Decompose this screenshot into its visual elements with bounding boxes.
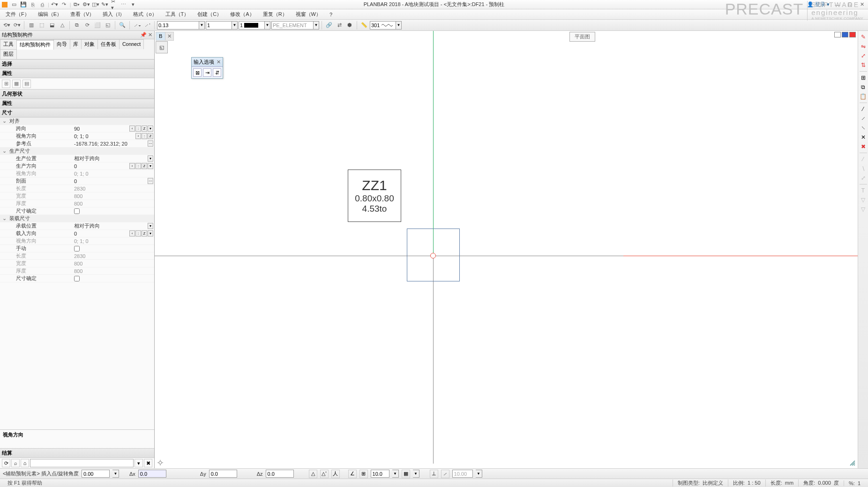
dz-input[interactable] [266,470,294,478]
snap-5-icon[interactable]: ⊞ [359,470,368,478]
qat-window-icon[interactable]: ◫▾ [92,1,99,8]
history-back-icon[interactable]: ⟲▾ [2,21,11,30]
input-options-panel[interactable]: 输入选项 ✕ ⊠ ⇥ ⇵ [191,57,223,79]
rt-cross-icon[interactable]: ✕ [859,133,868,141]
manual-checkbox[interactable] [74,246,80,251]
offset-input[interactable] [452,470,473,478]
canvas-tab-b[interactable]: B [156,32,165,40]
coord-angle-dd[interactable]: ▼ [112,470,119,478]
color-dd-icon[interactable]: ▼ [265,21,270,30]
menu-repeat[interactable]: 重复（R） [259,10,291,19]
attr-icon-1[interactable]: ⊞ [2,80,10,88]
result-refresh-icon[interactable]: ⟳ [2,459,10,467]
input-opt-3-icon[interactable]: ⇵ [213,68,221,77]
pin-icon[interactable]: 📌 ✕ [140,32,152,38]
merge-icon[interactable]: ⬓ [47,21,57,30]
tab-tools[interactable]: 工具 [0,39,17,49]
status-length[interactable]: 长度: mm [765,480,799,487]
qat-tool-icon[interactable]: ✂▾ [111,1,118,8]
dx-input[interactable] [138,470,166,478]
tab-library[interactable]: 库 [70,39,82,49]
menu-help[interactable]: ? [326,11,336,18]
dots-button[interactable]: ⋯ [148,140,153,147]
lineweight-dd-icon[interactable]: ▼ [199,21,205,30]
link-icon[interactable]: 🔗 [324,21,334,30]
menu-window[interactable]: 视窗（W） [292,10,325,19]
attr-icon-2[interactable]: ▦ [12,80,21,88]
menu-file[interactable]: 文件（F） [2,10,33,19]
hatch-combo[interactable]: 301 ▼ [370,21,402,30]
box3d-icon[interactable]: ⬜ [93,21,102,30]
qat-save-icon[interactable]: 💾 [20,1,27,8]
menu-create[interactable]: 创建（C） [194,10,225,19]
tab-layers[interactable]: 图层 [0,49,17,59]
tab-taskboard[interactable]: 任务板 [97,39,120,49]
attr-icon-3[interactable]: ▤ [22,80,31,88]
result-combo[interactable] [30,459,134,467]
rt-d3-icon[interactable]: ⤢ [859,174,868,182]
snap-8-icon[interactable]: ⟋ [441,470,449,478]
element-icon[interactable]: △ [58,21,67,30]
menu-edit[interactable]: 编辑（E） [34,10,66,19]
view-min-icon[interactable] [834,32,841,37]
group-align[interactable]: ⌄对齐 [0,118,154,125]
layer-dd-icon[interactable]: ▼ [314,21,319,30]
result-clear-icon[interactable]: ✖ [144,459,152,467]
snap-6-icon[interactable]: ▦ [402,470,410,478]
resize-grip-icon[interactable] [849,460,856,466]
color-combo[interactable]: 1 ▼ [239,21,270,30]
snap-angle-input[interactable] [371,470,389,478]
rt-copy-icon[interactable]: ⧉ [859,83,868,91]
tab-connect[interactable]: Connect [119,39,144,49]
coord-angle-input[interactable] [82,470,110,478]
status-drawtype[interactable]: 制图类型: 比例定义 [673,480,728,487]
rt-delete-icon[interactable]: ✖ [859,142,868,151]
canvas-display-mode-icon[interactable]: ◱ [156,41,168,53]
qat-open-icon[interactable]: ▭ [10,1,18,8]
linetype-dd-icon[interactable]: ▼ [232,21,238,30]
layer-input[interactable] [271,21,314,30]
qat-edit-icon[interactable]: ✎▾ [101,1,109,8]
input-opt-1-icon[interactable]: ⊠ [193,68,202,77]
view-close-icon[interactable] [849,32,856,37]
combo-dd-icon[interactable]: ▾ [148,155,153,162]
snap-4-icon[interactable]: ∠ [348,470,357,478]
rt-d2-icon[interactable]: ∖ [859,164,868,173]
window-split-icon[interactable]: ▥ [27,21,36,30]
snap-2-icon[interactable]: △' [320,470,329,478]
copy2-icon[interactable]: ⧉ [72,21,82,30]
transfer-icon[interactable]: ⇄ [335,21,344,30]
qat-undo-icon[interactable]: ↶▾ [51,1,59,8]
rt-pen-icon[interactable]: ✎ [859,33,868,41]
cube-icon[interactable]: ◱ [103,21,112,30]
isizelock-checkbox[interactable] [74,276,80,281]
rt-text-icon[interactable]: T [859,186,868,195]
qat-gear-icon[interactable]: ⚙▾ [82,1,90,8]
qat-saveall-icon[interactable]: ⎘ [29,1,37,8]
input-opt-2-icon[interactable]: ⇥ [203,68,211,77]
result-find-icon[interactable]: ⌕ [11,459,20,467]
view-name-label[interactable]: 平面图 [569,32,595,42]
qat-redo-icon[interactable]: ↷ [60,1,68,8]
status-scale[interactable]: 比例: 1 : 50 [728,480,765,487]
canvas[interactable]: B ✕ ◱ 平面图 输入选项 ✕ ⊠ ⇥ ⇵ [155,31,858,468]
rt-line-icon[interactable]: ∕ [859,105,868,113]
linetype-combo[interactable]: ▼ [206,21,238,30]
dots-button[interactable]: ⋯ [148,178,153,184]
snap-1-icon[interactable]: △ [309,470,317,478]
view-max-icon[interactable] [842,32,848,37]
hatch-dd-icon[interactable]: ▼ [396,21,402,30]
menu-tools[interactable]: 工具（T） [162,10,193,19]
rt-d1-icon[interactable]: ∕ [859,155,868,163]
layer-combo[interactable]: ▼ [271,21,319,30]
result-filter-icon[interactable]: ⌂ [21,459,29,467]
group-prod[interactable]: ⌄生产尺寸 [0,148,154,155]
menu-view[interactable]: 查看（V） [67,10,98,19]
lineweight-input[interactable] [157,21,199,30]
rotate-icon[interactable]: ⟳ [82,21,92,30]
tab-wizard[interactable]: 向导 [53,39,70,49]
mini-btn[interactable]: ‹ [129,125,135,132]
qat-more-icon[interactable]: ⋯ [120,1,127,8]
input-options-close-icon[interactable]: ✕ [217,59,221,65]
snap-7-icon[interactable]: ⊥ [430,470,438,478]
